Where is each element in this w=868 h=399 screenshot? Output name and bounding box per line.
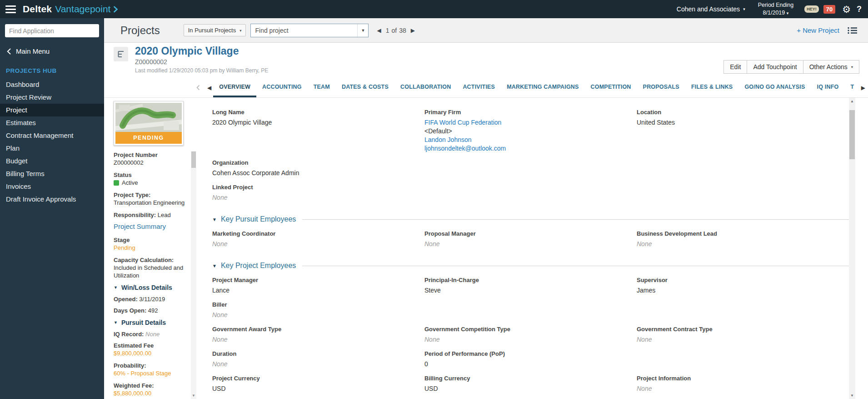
next-record-icon[interactable]: ▶: [411, 27, 415, 34]
sidebar-item-plan[interactable]: Plan: [0, 142, 104, 155]
field-label: Project Information: [637, 375, 835, 382]
chevron-down-icon: ▾: [787, 11, 789, 15]
active-status-icon: [114, 180, 119, 186]
summary-scroll-down-icon[interactable]: ▼: [191, 393, 196, 399]
project-header-text: 2020 Olympic Village Z00000002 Last modi…: [135, 43, 268, 78]
tab-overview[interactable]: OVERVIEW: [213, 78, 256, 97]
field-value-link[interactable]: ljohnsondeltek@outlook.com: [424, 144, 623, 153]
form-row: Project CurrencyUSDBilling CurrencyUSDPr…: [212, 375, 849, 393]
summary-field-project-type: Project Type:Transportation Engineering: [114, 191, 188, 207]
other-actions-button[interactable]: Other Actions ▾: [803, 60, 859, 74]
field-government-competition-type: Government Competition TypeNone: [424, 326, 637, 344]
combobox-dropdown-icon[interactable]: ▼: [357, 24, 368, 37]
help-icon[interactable]: ?: [857, 5, 862, 14]
edit-button[interactable]: Edit: [723, 60, 747, 74]
field-label: Billing Currency: [424, 375, 623, 382]
main-scrollbar-thumb[interactable]: [849, 110, 855, 159]
field-value: USD: [424, 384, 623, 393]
record-pager: ◀ 1 of 38 ▶: [377, 27, 415, 34]
field-label: Proposal Manager: [424, 230, 623, 237]
form-row: Government Award TypeNoneGovernment Comp…: [212, 326, 849, 344]
period-ending-selector[interactable]: Period Ending 8/1/2019 ▾: [758, 1, 794, 17]
hierarchy-button[interactable]: [114, 47, 128, 61]
collapse-panel-icon[interactable]: [196, 85, 200, 91]
field-supervisor: SupervisorJames: [637, 277, 849, 295]
summary-section-pursuit-details[interactable]: ▼Pursuit Details: [114, 319, 188, 326]
summary-scrollbar[interactable]: ▼: [191, 151, 196, 399]
field-value-link[interactable]: FIFA World Cup Federation: [424, 118, 623, 127]
sidebar-item-dashboard[interactable]: Dashboard: [0, 78, 104, 91]
collapse-triangle-icon[interactable]: ▼: [212, 217, 217, 222]
project-photo[interactable]: PENDING: [114, 101, 184, 146]
prev-record-icon[interactable]: ◀: [377, 27, 381, 34]
project-filter-dropdown[interactable]: In Pursuit Projects ▾: [184, 24, 246, 36]
field-value: James: [637, 286, 835, 295]
field-organization: OrganizationCohen Assoc Corporate Admin: [212, 159, 424, 177]
field-value: 0: [424, 360, 623, 369]
summary-section-win-loss-details[interactable]: ▼Win/Loss Details: [114, 284, 188, 291]
tab-dates-costs[interactable]: DATES & COSTS: [336, 78, 394, 97]
tab-team[interactable]: TEAM: [308, 78, 336, 97]
find-project-combobox[interactable]: ▼: [250, 24, 369, 37]
tab-activities[interactable]: ACTIVITIES: [457, 78, 501, 97]
summary-scrollbar-thumb[interactable]: [191, 152, 196, 168]
app-logo[interactable]: Deltek Vantagepoint: [23, 4, 118, 15]
form-row: Long Name2020 Olympic VillagePrimary Fir…: [212, 109, 849, 153]
tab-collaboration[interactable]: COLLABORATION: [394, 78, 457, 97]
find-project-input[interactable]: [251, 24, 357, 37]
section-divider: [302, 219, 849, 220]
summary-field-project-number: Project NumberZ00000002: [114, 151, 188, 167]
tab-marketing-campaigns[interactable]: MARKETING CAMPAIGNS: [501, 78, 584, 97]
sidebar-item-billing-terms[interactable]: Billing Terms: [0, 167, 104, 180]
main-scrollbar-track[interactable]: [849, 105, 855, 392]
notification-count-badge[interactable]: 70: [823, 5, 835, 14]
field-label: Responsibility:: [114, 212, 158, 218]
list-view-icon[interactable]: [848, 27, 857, 34]
tab-files-links[interactable]: FILES & LINKS: [685, 78, 739, 97]
section-title: Key Pursuit Employees: [221, 215, 296, 223]
form-row: Linked ProjectNone: [212, 184, 849, 202]
field-value: None: [637, 384, 835, 393]
tabs-scroll-right-icon[interactable]: ▶: [861, 85, 865, 91]
summary-field-probability: Probability:60% - Proposal Stage: [114, 362, 188, 377]
main-scrollbar[interactable]: ▲ ▼: [849, 98, 855, 399]
field-label: Project Currency: [212, 375, 411, 382]
sidebar-item-estimates[interactable]: Estimates: [0, 116, 104, 129]
tab-accounting[interactable]: ACCOUNTING: [256, 78, 308, 97]
scroll-up-icon[interactable]: ▲: [849, 98, 855, 105]
settings-gear-icon[interactable]: ⚙: [842, 5, 851, 14]
field-value: 2020 Olympic Village: [212, 118, 411, 127]
summary-scrollbar-track[interactable]: [191, 168, 196, 393]
tab-iq-info[interactable]: IQ INFO: [811, 78, 844, 97]
field-value-link[interactable]: Landon Johnson: [424, 136, 623, 144]
sidebar-item-project-review[interactable]: Project Review: [0, 91, 104, 104]
chevron-down-icon: ▾: [743, 7, 745, 11]
form-row: OrganizationCohen Assoc Corporate Admin: [212, 159, 849, 177]
add-touchpoint-button[interactable]: Add Touchpoint: [747, 60, 803, 74]
sidebar-item-contract-management[interactable]: Contract Management: [0, 129, 104, 142]
collapse-triangle-icon[interactable]: ▼: [212, 263, 217, 268]
tabs-scroll-left-icon[interactable]: ◀: [207, 85, 211, 91]
field-billing-currency: Billing CurrencyUSD: [424, 375, 637, 393]
collapse-triangle-icon[interactable]: ▼: [114, 285, 118, 290]
tab-proposals[interactable]: PROPOSALS: [637, 78, 685, 97]
hey-badge[interactable]: HEY!: [804, 5, 819, 13]
tab-competition[interactable]: COMPETITION: [585, 78, 637, 97]
hamburger-menu-icon[interactable]: [5, 5, 16, 13]
scroll-down-icon[interactable]: ▼: [849, 392, 855, 399]
main-menu-back[interactable]: Main Menu: [0, 41, 104, 62]
sidebar-item-draft-invoice-approvals[interactable]: Draft Invoice Approvals: [0, 193, 104, 206]
company-selector[interactable]: Cohen and Associates ▾: [677, 5, 745, 13]
find-application-input[interactable]: [5, 24, 99, 37]
tab-go-no-go-analysis[interactable]: GO/NO GO ANALYSIS: [738, 78, 811, 97]
summary-link-project-summary[interactable]: Project Summary: [114, 222, 188, 230]
new-project-link[interactable]: + New Project: [797, 26, 839, 34]
field-label: Duration: [212, 350, 411, 357]
sidebar-item-budget[interactable]: Budget: [0, 155, 104, 167]
sidebar-item-project[interactable]: Project: [0, 104, 104, 116]
collapse-triangle-icon[interactable]: ▼: [114, 320, 118, 325]
form-row: DurationNonePeriod of Performance (PoP)0: [212, 350, 849, 369]
page-title: Projects: [120, 24, 160, 37]
tab-t[interactable]: T: [844, 78, 860, 97]
sidebar-item-invoices[interactable]: Invoices: [0, 180, 104, 193]
